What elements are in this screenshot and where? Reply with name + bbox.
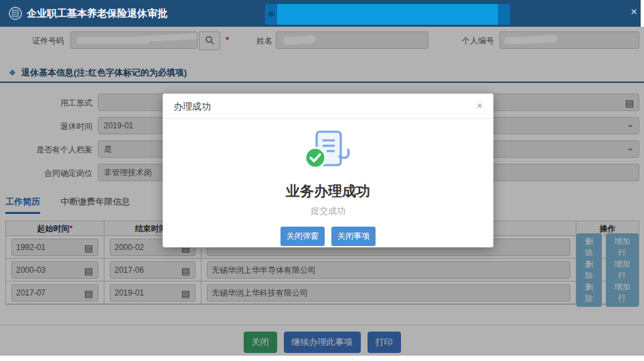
modal-header: 办理成功 × — [163, 94, 493, 119]
page: 企业职工基本养老保险退休审批 单 × 证件号码 * 姓名 — [0, 0, 644, 361]
page-title: 企业职工基本养老保险退休审批 — [27, 0, 167, 27]
modal-buttons: 关闭弹窗 关闭事项 — [163, 227, 493, 246]
redaction-bar: 单 — [265, 4, 510, 25]
success-modal: 办理成功 × 业务办理成功 提交成功 关闭弹窗 关闭事项 — [163, 94, 493, 247]
success-document-icon — [163, 128, 493, 179]
modal-subtitle: 提交成功 — [163, 205, 493, 217]
modal-heading: 业务办理成功 — [163, 182, 493, 201]
close-item-button[interactable]: 关闭事项 — [331, 227, 376, 246]
modal-body: 业务办理成功 提交成功 关闭弹窗 关闭事项 — [163, 128, 493, 246]
modal-close-icon[interactable]: × — [477, 100, 483, 111]
redaction-left-fragment: 单 — [265, 4, 277, 25]
window-close-icon[interactable]: × — [631, 5, 637, 19]
modal-title: 办理成功 — [173, 101, 211, 113]
app-header-bar: 企业职工基本养老保险退休审批 单 × — [0, 0, 641, 27]
close-popup-button[interactable]: 关闭弹窗 — [280, 227, 325, 246]
app-logo-icon — [8, 6, 23, 23]
redaction-right-fragment — [498, 4, 510, 25]
